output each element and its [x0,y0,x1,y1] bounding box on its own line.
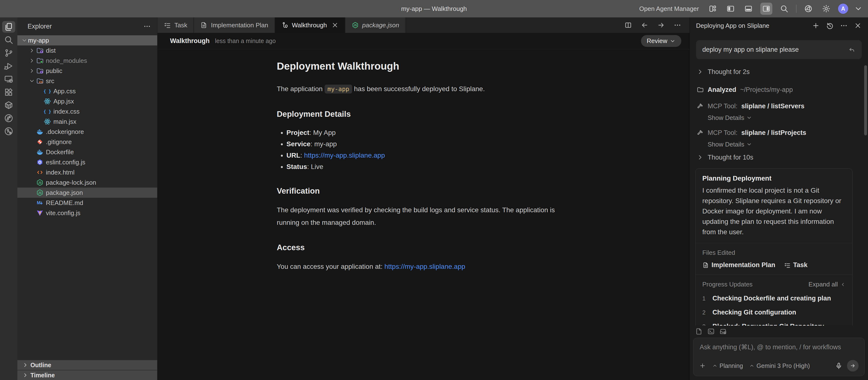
editor-more-icon[interactable] [674,21,681,29]
panel-right-toggle[interactable] [760,3,772,15]
tree-item-dist[interactable]: dist [18,46,157,56]
close-icon[interactable] [331,22,339,29]
expand-all-button[interactable]: Expand all [809,281,845,288]
agent-more-icon[interactable] [840,22,848,29]
markdown-icon: M [36,199,44,207]
chevron-right-icon [29,68,35,74]
activity-item-graph-dot[interactable] [0,125,18,138]
react-icon [43,97,51,105]
activity-item-files[interactable] [0,20,18,33]
tab-task[interactable]: Task [157,18,194,33]
progress-step[interactable]: 3Blocked: Requesting Git Repository info… [702,323,845,326]
chevron-down-icon [21,37,28,43]
tree-item-app-jsx[interactable]: App.jsx [18,96,157,106]
inbox-icon[interactable] [719,327,727,335]
gear-toggle[interactable] [820,3,832,15]
vite-icon [36,209,44,217]
avatar[interactable]: A [838,4,848,14]
review-button[interactable]: Review [641,35,681,47]
gear-icon [822,4,831,13]
file-icon[interactable] [695,327,703,335]
navigate-back-icon[interactable] [641,21,648,29]
titlebar-right: Open Agent Manager A [639,0,863,18]
send-button[interactable] [847,360,859,372]
activity-item-search[interactable] [0,33,18,47]
timeline-panel-header[interactable]: Timeline [18,370,157,380]
folder-icon [696,86,704,93]
layout-toggle[interactable] [707,3,719,15]
mcp-tool-row[interactable]: MCP Tool:sliplane / listServers [690,101,868,112]
document-icon [200,22,208,29]
search-toggle[interactable] [778,3,790,15]
tree-item-eslint-config-js[interactable]: eslint.config.js [18,157,157,167]
panel-right-icon [762,4,771,13]
activity-item-source-control[interactable] [0,47,18,59]
new-chat-icon[interactable] [812,22,820,29]
analyzed-row[interactable]: Analyzed~/Projects/my-app [690,84,868,95]
explorer-more-icon[interactable] [143,23,151,30]
section-heading-deployment-details: Deployment Details [277,110,570,119]
show-details-button[interactable]: Show Details [690,140,868,149]
activity-item-extensions[interactable] [0,86,18,99]
microphone-icon[interactable] [835,362,843,370]
history-icon[interactable] [826,22,834,29]
document-header: Walkthrough less than a minute ago Revie… [157,33,689,49]
chat-input[interactable] [699,343,859,351]
mode-selector[interactable]: Planning [712,362,743,369]
tree-item-dockerfile[interactable]: Dockerfile [18,147,157,157]
progress-step[interactable]: 2Checking Git configuration [702,309,845,316]
tree-item-gitignore[interactable]: .gitignore [18,137,157,147]
activity-item-graph[interactable] [0,112,18,125]
activity-item-run-debug[interactable] [0,59,18,72]
split-editor-icon[interactable] [624,21,632,29]
app-link[interactable]: https://my-app.sliplane.app [384,263,465,270]
tree-item-dockerignore[interactable]: .dockerignore [18,127,157,137]
progress-step[interactable]: 1Checking Dockerfile and creating plan [702,295,845,302]
tab-implementation-plan[interactable]: Implementation Plan [194,18,275,33]
task-icon [164,22,171,29]
tree-item-public[interactable]: public [18,66,157,76]
tree-item-src[interactable]: src [18,76,157,86]
show-details-button[interactable]: Show Details [690,113,868,122]
add-context-icon[interactable] [699,362,706,369]
tree-item-node-modules[interactable]: node_modules [18,56,157,66]
tab-package-json[interactable]: JSpackage.json [345,18,406,33]
open-agent-manager-button[interactable]: Open Agent Manager [639,5,699,12]
browser-toggle[interactable] [802,3,814,15]
tree-item-package-lock-json[interactable]: JSpackage-lock.json [18,177,157,187]
tree-item-main-jsx[interactable]: main.jsx [18,117,157,127]
mcp-tool-row[interactable]: MCP Tool:sliplane / listProjects [690,127,868,138]
tree-item-vite-config-js[interactable]: vite.config.js [18,208,157,218]
activity-item-remote[interactable] [0,72,18,86]
activity-item-docker-box[interactable] [0,99,18,112]
panel-left-toggle[interactable] [724,3,737,15]
tree-item-readme-md[interactable]: MREADME.md [18,198,157,208]
navigate-forward-icon[interactable] [657,21,665,29]
model-selector[interactable]: Gemini 3 Pro (High) [749,362,810,369]
css-icon: { } [43,108,51,115]
document-timestamp: less than a minute ago [215,37,276,45]
link-url[interactable]: https://my-app.sliplane.app [304,152,385,159]
file-chip-task[interactable]: Task [784,261,808,269]
tree-item-package-json[interactable]: JSpackage.json [18,187,157,198]
search-icon [4,35,13,45]
list-item: Service: my-app [286,138,570,150]
avatar-chevron-down-icon[interactable] [854,4,863,13]
tab-walkthrough[interactable]: Walkthrough [275,18,345,33]
terminal-icon[interactable] [707,327,715,335]
panel-bottom-toggle[interactable] [742,3,754,15]
outline-panel-header[interactable]: Outline [18,360,157,370]
scrollbar-thumb[interactable] [864,65,867,135]
thought-row[interactable]: Thought for 10s [690,152,868,163]
folder-green-icon [36,57,44,64]
thought-row[interactable]: Thought for 2s [690,66,868,77]
file-chip-implementation-plan[interactable]: Implementation Plan [702,261,775,269]
tree-item-app-css[interactable]: { }App.css [18,86,157,96]
restore-checkpoint-icon[interactable] [848,46,856,53]
close-panel-icon[interactable] [854,22,862,29]
tree-item-index-html[interactable]: index.html [18,167,157,177]
tree-item-index-css[interactable]: { }index.css [18,106,157,117]
chevron-left-icon [840,282,845,287]
svg-text:{ }: { } [43,109,51,114]
tree-item-my-app[interactable]: my-app [18,35,157,46]
